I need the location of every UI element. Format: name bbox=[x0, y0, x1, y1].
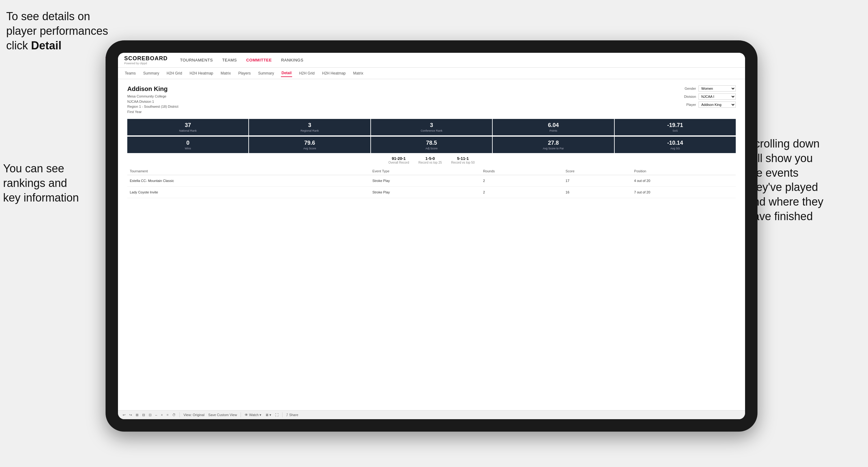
record-top25-label: Record vs top 25 bbox=[418, 161, 442, 164]
stat-label-regional-rank: Regional Rank bbox=[251, 129, 368, 132]
division-select[interactable]: NJCAA I bbox=[699, 93, 736, 100]
toolbar-view-original[interactable]: View: Original bbox=[183, 413, 205, 417]
annotation-detail-bold: Detail bbox=[31, 39, 61, 52]
tab-h2h-heatmap2[interactable]: H2H Heatmap bbox=[321, 70, 346, 77]
tab-detail[interactable]: Detail bbox=[281, 69, 292, 77]
stat-label-avg-sg: Avg SG bbox=[617, 147, 733, 150]
stat-adj-score: 78.5 Adj Score bbox=[371, 136, 492, 153]
nav-tournaments[interactable]: TOURNAMENTS bbox=[180, 58, 213, 62]
toolbar-grid1[interactable]: ⊞ bbox=[136, 413, 138, 417]
main-content: Addison King Mesa Community College NJCA… bbox=[118, 79, 745, 410]
stat-value-avg-score: 79.6 bbox=[251, 140, 368, 146]
stat-national-rank: 37 National Rank bbox=[127, 119, 248, 135]
records-row: 91-20-1 Overall Record 1-5-0 Record vs t… bbox=[127, 156, 736, 164]
cell-tournament-1: Estella CC- Mountain Classic bbox=[127, 175, 370, 187]
stat-regional-rank: 3 Regional Rank bbox=[249, 119, 370, 135]
stats-grid-row2: 0 Wins 79.6 Avg Score 78.5 Adj Score 27.… bbox=[127, 136, 736, 153]
player-year: First Year bbox=[127, 109, 178, 115]
logo-area: SCOREBOARD Powered by clippd bbox=[124, 55, 168, 65]
division-label: Division bbox=[679, 95, 696, 98]
player-select[interactable]: Addison King bbox=[699, 101, 736, 108]
col-tournament: Tournament bbox=[127, 167, 370, 175]
toolbar-grid2[interactable]: ⊟ bbox=[142, 413, 145, 417]
stat-label-points: Points bbox=[495, 129, 611, 132]
tab-h2h-grid[interactable]: H2H Grid bbox=[166, 70, 183, 77]
nav-teams[interactable]: TEAMS bbox=[222, 58, 237, 62]
toolbar-clock[interactable]: ⏱ bbox=[172, 413, 176, 417]
cell-event-type-1: Stroke Play bbox=[370, 175, 480, 187]
nav-rankings[interactable]: RANKINGS bbox=[281, 58, 303, 62]
annotation-right: Scrolling down will show you the events … bbox=[747, 136, 865, 224]
cell-position-2: 7 out of 20 bbox=[632, 187, 736, 198]
stat-value-conference-rank: 3 bbox=[373, 122, 490, 129]
toolbar-undo[interactable]: ↩ bbox=[123, 413, 125, 417]
stat-value-points: 6.04 bbox=[495, 122, 611, 129]
tab-h2h-grid2[interactable]: H2H Grid bbox=[298, 70, 315, 77]
stat-value-adj-score: 78.5 bbox=[373, 140, 490, 146]
control-gender-row: Gender Women bbox=[679, 85, 736, 92]
toolbar-divider3 bbox=[282, 412, 282, 417]
stat-value-sos: -19.71 bbox=[617, 122, 733, 129]
stat-label-adj-score: Adj Score bbox=[373, 147, 490, 150]
annotation-r-1: Scrolling down bbox=[747, 137, 819, 150]
player-controls: Gender Women Division NJCAA I bbox=[679, 85, 736, 108]
tablet-screen: SCOREBOARD Powered by clippd TOURNAMENTS… bbox=[118, 53, 745, 419]
toolbar-share[interactable]: ⤴ Share bbox=[286, 413, 298, 417]
player-school: Mesa Community College bbox=[127, 94, 178, 99]
toolbar-watch[interactable]: 👁 Watch ▾ bbox=[245, 413, 261, 417]
tab-matrix2[interactable]: Matrix bbox=[353, 70, 364, 77]
record-top25-value: 1-5-0 bbox=[418, 156, 442, 161]
record-overall: 91-20-1 Overall Record bbox=[389, 156, 409, 164]
stat-label-avg-score: Avg Score bbox=[251, 147, 368, 150]
record-overall-label: Overall Record bbox=[389, 161, 409, 164]
nav-committee[interactable]: COMMITTEE bbox=[246, 58, 272, 62]
gender-label: Gender bbox=[679, 87, 696, 90]
gender-select[interactable]: Women bbox=[699, 85, 736, 92]
record-top25: 1-5-0 Record vs top 25 bbox=[418, 156, 442, 164]
toolbar-zoom-fit[interactable]: = bbox=[167, 413, 168, 417]
tab-teams[interactable]: Teams bbox=[124, 70, 136, 77]
toolbar-redo[interactable]: ↪ bbox=[129, 413, 132, 417]
toolbar-save-custom[interactable]: Save Custom View bbox=[208, 413, 237, 417]
stat-value-regional-rank: 3 bbox=[251, 122, 368, 129]
annotation-line1: To see details on bbox=[6, 10, 90, 23]
content-panel: Addison King Mesa Community College NJCA… bbox=[118, 79, 745, 410]
stats-grid-row1: 37 National Rank 3 Regional Rank 3 Confe… bbox=[127, 119, 736, 135]
toolbar-fullscreen[interactable]: ⛶ bbox=[275, 413, 278, 417]
col-position: Position bbox=[632, 167, 736, 175]
stat-label-conference-rank: Conference Rank bbox=[373, 129, 490, 132]
toolbar-grid3[interactable]: ⊡ bbox=[149, 413, 152, 417]
toolbar-screen[interactable]: 🖥 ▾ bbox=[265, 413, 271, 417]
annotation-line2: player performances bbox=[6, 25, 108, 37]
tab-summary2[interactable]: Summary bbox=[257, 70, 274, 77]
tab-players[interactable]: Players bbox=[238, 70, 251, 77]
cell-tournament-2: Lady Coyote Invite bbox=[127, 187, 370, 198]
stat-sos: -19.71 SoS bbox=[615, 119, 736, 135]
col-rounds: Rounds bbox=[480, 167, 563, 175]
cell-score-1: 17 bbox=[563, 175, 632, 187]
stat-points: 6.04 Points bbox=[493, 119, 614, 135]
toolbar-zoom-in[interactable]: + bbox=[161, 413, 163, 417]
nav-bar: SCOREBOARD Powered by clippd TOURNAMENTS… bbox=[118, 53, 745, 68]
control-division-row: Division NJCAA I bbox=[679, 93, 736, 100]
player-label: Player bbox=[679, 103, 696, 106]
tab-h2h-heatmap[interactable]: H2H Heatmap bbox=[189, 70, 214, 77]
logo-text: SCOREBOARD bbox=[124, 55, 168, 62]
tab-matrix[interactable]: Matrix bbox=[220, 70, 231, 77]
player-header: Addison King Mesa Community College NJCA… bbox=[127, 85, 736, 114]
cell-event-type-2: Stroke Play bbox=[370, 187, 480, 198]
stat-conference-rank: 3 Conference Rank bbox=[371, 119, 492, 135]
annotation-r-4: they've played bbox=[747, 181, 818, 193]
stat-value-avg-score-par: 27.8 bbox=[495, 140, 611, 146]
player-division: NJCAA Division 1 bbox=[127, 99, 178, 104]
annotation-bottom-left: You can see rankings and key information bbox=[3, 161, 108, 205]
player-region: Region 1 - Southwest (18) District bbox=[127, 104, 178, 109]
toolbar-zoom-out[interactable]: – bbox=[155, 413, 157, 417]
tab-summary[interactable]: Summary bbox=[143, 70, 160, 77]
control-player-row: Player Addison King bbox=[679, 101, 736, 108]
logo-sub: Powered by clippd bbox=[124, 62, 168, 65]
stat-wins: 0 Wins bbox=[127, 136, 248, 153]
player-name: Addison King bbox=[127, 85, 178, 93]
annotation-top-left: To see details on player performances cl… bbox=[6, 9, 124, 53]
stat-avg-sg: -10.14 Avg SG bbox=[615, 136, 736, 153]
